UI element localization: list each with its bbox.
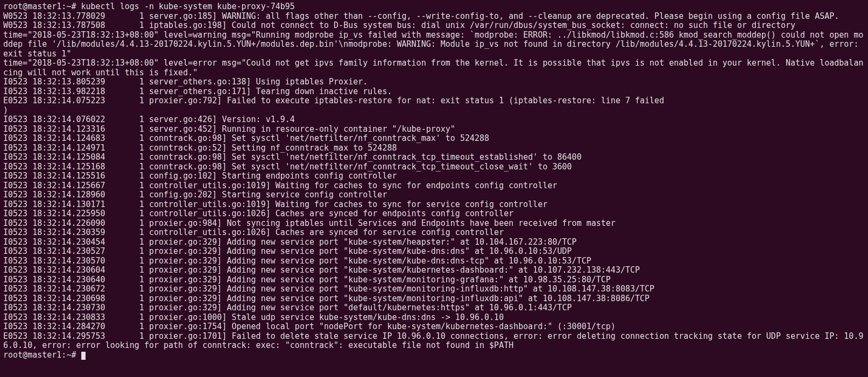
log-line: I0523 18:32:14.230527 1 proxier.go:329] …	[3, 246, 572, 256]
log-line: I0523 18:32:14.123316 1 server.go:452] R…	[3, 124, 455, 134]
shell-prompt: root@master1:~#	[3, 350, 81, 360]
log-line: I0523 18:32:13.805239 1 server_others.go…	[3, 77, 368, 87]
log-line: I0523 18:32:14.225950 1 controller_utils…	[3, 209, 513, 218]
log-line: W0523 18:32:13.778029 1 server.go:185] W…	[3, 11, 839, 21]
cursor-block	[81, 352, 86, 360]
terminal-window[interactable]: root@master1:~# kubectl logs -n kube-sys…	[0, 0, 868, 362]
log-line: I0523 18:32:14.125168 1 conntrack.go:98]…	[3, 162, 572, 172]
log-line: I0523 18:32:14.230640 1 proxier.go:329] …	[3, 275, 611, 284]
shell-prompt: root@master1:~#	[3, 2, 81, 11]
log-line: I0523 18:32:14.128960 1 config.go:202] S…	[3, 190, 387, 200]
log-line: E0523 18:32:14.075223 1 proxier.go:792] …	[3, 96, 664, 105]
log-line: I0523 18:32:14.124971 1 conntrack.go:52]…	[3, 143, 397, 153]
log-line: I0523 18:32:14.230454 1 proxier.go:329] …	[3, 237, 577, 247]
typed-command: kubectl logs -n kube-system kube-proxy-7…	[81, 2, 295, 11]
log-line: I0523 18:32:14.226090 1 proxier.go:984] …	[3, 218, 616, 228]
log-line: I0523 18:32:14.284270 1 proxier.go:1754]…	[3, 322, 616, 331]
log-line: I0523 18:32:14.230604 1 proxier.go:329] …	[3, 265, 640, 275]
log-line: )	[3, 105, 8, 115]
log-line: I0523 18:32:14.125516 1 config.go:102] S…	[3, 171, 397, 181]
log-line: I0523 18:32:14.076022 1 server.go:426] V…	[3, 115, 295, 124]
log-line: I0523 18:32:13.982218 1 server_others.go…	[3, 87, 392, 96]
log-line: I0523 18:32:14.230359 1 controller_utils…	[3, 227, 504, 237]
log-line: I0523 18:32:14.230570 1 proxier.go:329] …	[3, 256, 591, 266]
log-line: I0523 18:32:14.125667 1 controller_utils…	[3, 181, 558, 190]
log-line: I0523 18:32:14.230833 1 proxier.go:1000]…	[3, 312, 504, 322]
log-line: W0523 18:32:13.787508 1 iptables.go:198]…	[3, 20, 795, 30]
log-line: I0523 18:32:14.130171 1 controller_utils…	[3, 200, 547, 209]
log-line: I0523 18:32:14.230672 1 proxier.go:329] …	[3, 284, 654, 294]
log-line: I0523 18:32:14.125084 1 conntrack.go:98]…	[3, 152, 582, 162]
log-line: I0523 18:32:14.230698 1 proxier.go:329] …	[3, 294, 650, 303]
log-line: I0523 18:32:14.230730 1 proxier.go:329] …	[3, 303, 572, 312]
log-line: time="2018-05-23T18:32:13+08:00" level=e…	[3, 58, 863, 77]
log-line: E0523 18:32:14.295753 1 proxier.go:1701]…	[3, 331, 863, 351]
log-line: time="2018-05-23T18:32:13+08:00" level=w…	[3, 30, 863, 59]
log-line: I0523 18:32:14.124683 1 conntrack.go:98]…	[3, 133, 489, 143]
